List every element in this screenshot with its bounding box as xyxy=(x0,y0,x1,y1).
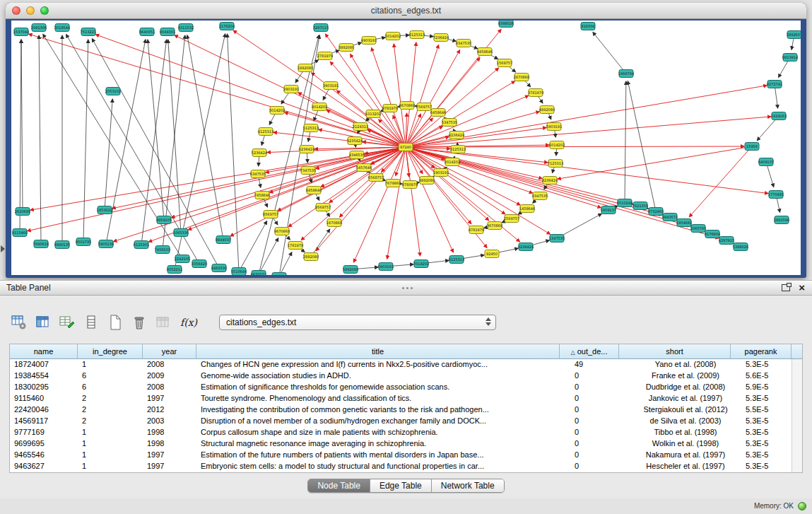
table-settings-icon[interactable] xyxy=(10,313,28,332)
graph-node[interactable]: 3176804 xyxy=(705,230,720,238)
network-canvas[interactable]: 1537044209130630185447513221864005190443… xyxy=(11,21,801,275)
graph-node[interactable]: 9913914 xyxy=(782,54,798,62)
graph-node[interactable]: 1853022 xyxy=(97,206,112,214)
table-row[interactable]: 2242004622012Investigating the contribut… xyxy=(10,404,802,416)
graph-node[interactable]: 5398026 xyxy=(733,243,748,251)
import-table-icon[interactable] xyxy=(154,313,172,332)
graph-node[interactable]: 6409137 xyxy=(758,158,774,166)
graph-node[interactable]: 4398026 xyxy=(498,21,514,28)
tab-network-table[interactable]: Network Table xyxy=(432,479,504,492)
graph-node[interactable]: 1903191 xyxy=(433,169,449,177)
collapsed-panel-arrow-icon[interactable] xyxy=(1,245,5,252)
graph-hub-node[interactable]: 97240 xyxy=(399,144,413,151)
table-scrollbar[interactable] xyxy=(792,359,802,472)
graph-node[interactable]: 4125313 xyxy=(258,128,273,136)
graph-node[interactable]: 7458646 xyxy=(254,192,270,199)
graph-node[interactable]: 2620695 xyxy=(15,208,30,216)
graph-node[interactable]: 9115460 xyxy=(12,229,28,237)
graph-node[interactable]: 4481530 xyxy=(211,264,227,272)
graph-node[interactable]: 3892080 xyxy=(339,44,354,52)
graph-node[interactable]: 4892080 xyxy=(539,106,555,114)
graph-node[interactable]: 1954682 xyxy=(676,219,692,227)
graph-node[interactable]: 1892080 xyxy=(298,64,313,72)
column-header-title[interactable]: title xyxy=(196,344,560,358)
graph-node[interactable]: 8732460 xyxy=(648,208,664,216)
graph-node[interactable]: 8780979 xyxy=(402,181,418,189)
graph-node[interactable]: 2014202 xyxy=(445,158,460,166)
graph-node[interactable]: 9670868 xyxy=(274,228,290,235)
graph-node[interactable]: 8052211 xyxy=(167,266,182,274)
graph-node[interactable]: 2903191 xyxy=(283,86,299,93)
graph-node[interactable]: 3992607 xyxy=(787,31,801,39)
tab-edge-table[interactable]: Edge Table xyxy=(370,479,432,492)
graph-node[interactable]: 1013202 xyxy=(365,110,381,118)
graph-node[interactable]: 5236424 xyxy=(252,149,267,157)
graph-node[interactable]: 3903191 xyxy=(323,82,339,90)
graph-node[interactable]: 3781979 xyxy=(528,89,543,97)
graph-node[interactable]: 2242105 xyxy=(175,255,190,263)
graph-node[interactable]: 7236424 xyxy=(433,34,449,42)
table-row[interactable]: 969969511998Structural magnetic resonanc… xyxy=(10,438,802,450)
graph-node[interactable]: 5457646 xyxy=(356,164,372,172)
splitter-handle[interactable] xyxy=(406,287,408,289)
graph-node[interactable]: 3670868 xyxy=(487,222,502,230)
graph-node[interactable]: 1569757 xyxy=(497,59,512,67)
network-graph[interactable]: 1537044209130630185447513221864005190443… xyxy=(11,21,801,275)
graph-node[interactable]: 7679868 xyxy=(385,180,401,187)
zoom-window-icon[interactable] xyxy=(40,6,49,15)
graph-node[interactable]: 6620151 xyxy=(251,271,266,276)
graph-node[interactable]: 1458646 xyxy=(519,205,535,213)
graph-node[interactable]: 8670868 xyxy=(399,102,415,110)
graph-node[interactable]: 7125313 xyxy=(548,160,563,168)
memory-ok-icon[interactable] xyxy=(798,502,806,510)
close-window-icon[interactable] xyxy=(12,6,20,15)
delete-column-icon[interactable] xyxy=(130,313,148,332)
graph-node[interactable]: 2176204 xyxy=(219,23,235,30)
column-header-out_de[interactable]: △out_de... xyxy=(560,344,619,358)
table-selector-dropdown[interactable]: citations_edges.txt xyxy=(219,315,496,330)
close-panel-icon[interactable]: × xyxy=(799,283,805,293)
graph-node[interactable]: 3287115 xyxy=(313,24,329,32)
table-row[interactable]: 911546021997Tourette syndrome. Phenomeno… xyxy=(10,393,802,404)
graph-node[interactable]: 818304 xyxy=(581,23,595,30)
graph-node[interactable]: 4236424 xyxy=(449,132,464,139)
graph-node[interactable]: 3014202 xyxy=(269,107,285,115)
table-row[interactable]: 1938455462009Genome-wide association stu… xyxy=(10,370,802,382)
graph-node[interactable]: 2670868 xyxy=(514,74,529,81)
function-builder-icon[interactable]: f(x) xyxy=(178,313,199,332)
graph-node[interactable]: 6510248 xyxy=(617,199,632,207)
graph-node[interactable]: 9347535 xyxy=(532,192,548,200)
graph-node[interactable]: 5903191 xyxy=(546,123,562,131)
graph-node[interactable]: 1966794 xyxy=(618,70,634,78)
graph-node[interactable]: 9458646 xyxy=(477,48,493,56)
graph-node[interactable]: 9954105 xyxy=(156,216,172,224)
graph-node[interactable]: 1347535 xyxy=(549,235,565,243)
graph-node[interactable]: 1424163 xyxy=(771,112,787,120)
graph-node[interactable]: 8990135 xyxy=(54,241,70,249)
graph-node[interactable]: 5892080 xyxy=(343,266,358,274)
graph-node[interactable]: 8125313 xyxy=(449,256,464,264)
graph-node[interactable]: 6903191 xyxy=(378,263,394,271)
graph-node[interactable]: 7734120 xyxy=(271,273,287,276)
graph-node[interactable]: 5014202 xyxy=(385,33,401,40)
graph-node[interactable]: 1770485 xyxy=(768,191,784,199)
graph-node[interactable]: 9501735 xyxy=(76,238,91,246)
graph-node[interactable]: 92450 xyxy=(485,250,499,258)
graph-node[interactable]: 6347535 xyxy=(250,170,266,178)
graph-node[interactable]: 2053102 xyxy=(105,88,121,95)
graph-node[interactable]: 7014202 xyxy=(413,260,429,268)
select-columns-icon[interactable] xyxy=(34,313,52,332)
graph-node[interactable]: 5347535 xyxy=(442,119,457,127)
graph-node[interactable]: 2091306 xyxy=(31,24,47,32)
column-header-in_degree[interactable]: in_degree xyxy=(78,344,143,358)
graph-node[interactable]: 2781979 xyxy=(317,52,333,60)
graph-node[interactable]: 8236424 xyxy=(542,177,558,185)
graph-node[interactable]: 7621359 xyxy=(632,202,648,210)
graph-node[interactable]: 6125313 xyxy=(409,31,425,39)
graph-node[interactable]: 9236424 xyxy=(518,243,534,251)
graph-node[interactable]: 8569757 xyxy=(263,211,278,218)
create-column-icon[interactable] xyxy=(106,313,124,332)
graph-node[interactable]: 3356420 xyxy=(192,260,207,268)
graph-node[interactable]: 6458646 xyxy=(430,109,446,117)
column-header-name[interactable]: name xyxy=(10,344,78,358)
